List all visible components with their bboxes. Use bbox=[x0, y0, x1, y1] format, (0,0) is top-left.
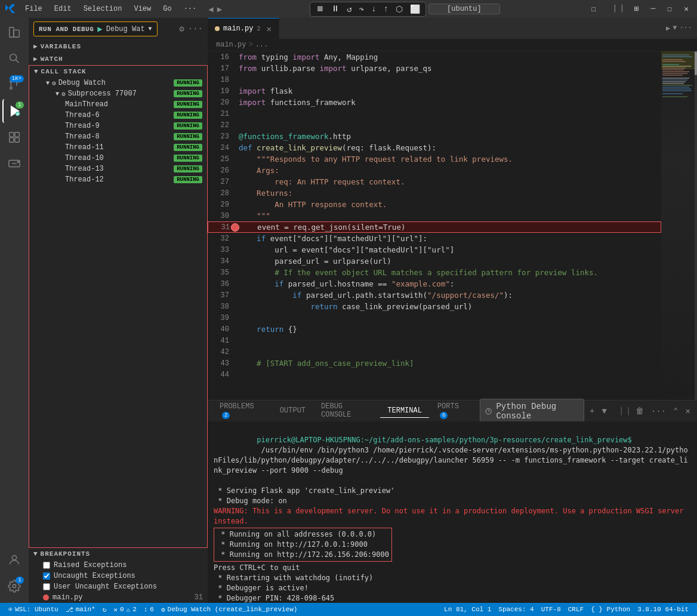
layout2-icon[interactable]: ⎹⎹ bbox=[605, 3, 626, 15]
panel-maximize-icon[interactable]: ⌃ bbox=[671, 405, 680, 417]
status-branch[interactable]: ⎇ main* bbox=[62, 603, 99, 616]
run-debug-icon[interactable]: ✓ 1 bbox=[2, 99, 26, 123]
menu-file[interactable]: File bbox=[20, 4, 47, 14]
split-terminal-icon[interactable]: ⎹⎹ bbox=[612, 405, 630, 417]
minimize-icon[interactable]: ─ bbox=[647, 3, 659, 15]
tab-debug-console[interactable]: DEBUG CONSOLE bbox=[314, 400, 379, 422]
nav-forward-icon[interactable]: ▶ bbox=[217, 4, 222, 14]
close-icon[interactable]: ✕ bbox=[680, 3, 692, 15]
running-badge: RUNNING bbox=[174, 165, 202, 173]
accounts-icon[interactable] bbox=[2, 548, 26, 572]
run-file-icon[interactable]: ▶ bbox=[666, 24, 670, 33]
menu-selection[interactable]: Selection bbox=[79, 4, 127, 14]
status-errors[interactable]: ✕ 0 ⚠ 2 bbox=[110, 603, 140, 616]
tab-main-py[interactable]: main.py 2 ✕ bbox=[208, 18, 279, 39]
debug-square-icon[interactable]: ⬜ bbox=[408, 4, 422, 15]
status-spaces[interactable]: Spaces: 4 bbox=[495, 603, 537, 616]
panel-tabs: PROBLEMS 2 OUTPUT DEBUG CONSOLE TERMINAL… bbox=[208, 401, 697, 421]
tab-problems[interactable]: PROBLEMS 2 bbox=[212, 400, 272, 422]
remote-explorer-icon[interactable] bbox=[2, 152, 26, 175]
tab-ports[interactable]: PORTS 6 bbox=[430, 400, 477, 422]
layout3-icon[interactable]: ⊞ bbox=[631, 3, 643, 15]
callstack-item[interactable]: Thread-11RUNNING bbox=[29, 142, 207, 153]
status-python-version[interactable]: 3.8.10 64-bit bbox=[634, 603, 692, 616]
panel-more-icon[interactable]: ··· bbox=[649, 405, 668, 417]
menu-go[interactable]: Go bbox=[158, 4, 176, 14]
explorer-icon[interactable] bbox=[2, 20, 26, 44]
tab-terminal[interactable]: TERMINAL bbox=[380, 404, 429, 418]
status-ports[interactable]: ↕ 6 bbox=[140, 603, 158, 616]
panel-dropdown-icon[interactable]: ▼ bbox=[600, 405, 608, 417]
code-content: parsed_url = urlparse(url) bbox=[239, 257, 391, 266]
source-control-icon[interactable]: 1K+ bbox=[2, 73, 26, 97]
status-encoding[interactable]: UTF-8 bbox=[538, 603, 565, 616]
debug-config-name[interactable]: Debug Wat bbox=[106, 25, 145, 33]
callstack-item[interactable]: Thread-10RUNNING bbox=[29, 153, 207, 164]
extensions-icon[interactable] bbox=[2, 125, 26, 149]
debug-config-dropdown-icon[interactable]: ▼ bbox=[149, 26, 152, 32]
breadcrumb-symbol[interactable]: ... bbox=[255, 41, 269, 49]
menu-more[interactable]: ··· bbox=[179, 4, 202, 14]
nav-back-icon[interactable]: ◀ bbox=[208, 4, 213, 14]
callstack-item[interactable]: Thread-12RUNNING bbox=[29, 174, 207, 185]
status-wsl[interactable]: ⎆ WSL: Ubuntu bbox=[5, 603, 62, 616]
settings-icon[interactable]: 1 bbox=[2, 574, 26, 598]
debug-restart-icon[interactable]: ↺ bbox=[345, 4, 353, 15]
play-button[interactable]: ▶ bbox=[97, 24, 102, 34]
debug-stepout-icon[interactable]: ↑ bbox=[381, 4, 390, 14]
debug-stepinto-icon[interactable]: ↓ bbox=[369, 4, 378, 14]
add-terminal-icon[interactable]: + bbox=[588, 405, 596, 417]
debug-stepover-icon[interactable]: ↷ bbox=[357, 4, 366, 15]
variables-chevron-icon: ▶ bbox=[33, 42, 38, 50]
breakpoint-checkbox[interactable] bbox=[43, 572, 50, 580]
tab-close-icon[interactable]: ✕ bbox=[266, 24, 271, 34]
run-dropdown-icon[interactable]: ▼ bbox=[673, 24, 677, 33]
debug-settings-icon[interactable]: ⚙ bbox=[179, 24, 184, 34]
editor-more-icon[interactable]: ··· bbox=[679, 24, 692, 33]
breakpoint-checkbox[interactable] bbox=[43, 562, 50, 569]
debug-more-icon[interactable]: ··· bbox=[188, 24, 203, 34]
callstack-item[interactable]: ▼⚙Subprocess 77007RUNNING bbox=[29, 88, 207, 99]
debug-stop-icon[interactable]: ⏹ bbox=[314, 4, 326, 14]
status-eol[interactable]: CRLF bbox=[565, 603, 587, 616]
status-position[interactable]: Ln 81, Col 1 bbox=[440, 603, 495, 616]
status-sync[interactable]: ↻ bbox=[99, 603, 110, 616]
menu-edit[interactable]: Edit bbox=[50, 4, 76, 14]
breakpoints-header[interactable]: ▼ BREAKPOINTS bbox=[29, 548, 208, 560]
delete-terminal-icon[interactable]: 🗑 bbox=[634, 405, 646, 417]
breadcrumb-file[interactable]: main.py bbox=[216, 41, 246, 49]
callstack-item[interactable]: Thread-13RUNNING bbox=[29, 164, 207, 174]
status-language[interactable]: { } Python bbox=[587, 603, 634, 616]
callstack-item[interactable]: Thread-6RUNNING bbox=[29, 110, 207, 121]
maximize-icon[interactable]: ☐ bbox=[664, 3, 676, 15]
python-debug-console-button[interactable]: Python Debug Console bbox=[480, 399, 584, 424]
debug-pause-icon[interactable]: ⏸ bbox=[329, 4, 341, 14]
panel-actions: Python Debug Console + ▼ ⎹⎹ 🗑 ··· ⌃ ✕ bbox=[480, 399, 692, 424]
tab-output[interactable]: OUTPUT bbox=[273, 404, 313, 418]
menu-view[interactable]: View bbox=[129, 4, 156, 14]
running-badge: RUNNING bbox=[174, 112, 202, 119]
terminal-content[interactable]: pierrick@LAPTOP-HKU5PNNG:~/git/add-ons-s… bbox=[208, 421, 697, 603]
layout-icon[interactable]: ☐ bbox=[588, 3, 600, 15]
callstack-item[interactable]: Thread-8RUNNING bbox=[29, 131, 207, 142]
code-line-24: 24def create_link_preview(req: flask.Req… bbox=[208, 142, 661, 153]
panel-close-icon[interactable]: ✕ bbox=[684, 405, 692, 417]
line-number: 20 bbox=[210, 98, 229, 107]
code-editor[interactable]: 16from typing import Any, Mapping17from … bbox=[208, 51, 661, 400]
callstack-item[interactable]: ▼⚙Debug WatchRUNNING bbox=[29, 78, 207, 88]
debug-disconnect-icon[interactable]: ⬡ bbox=[394, 4, 405, 15]
svg-rect-0 bbox=[10, 27, 14, 38]
encoding-label: UTF-8 bbox=[541, 606, 561, 613]
breakpoint-checkbox[interactable] bbox=[43, 583, 50, 590]
callstack-item[interactable]: Thread-9RUNNING bbox=[29, 121, 207, 131]
variables-header[interactable]: ▶ VARIABLES bbox=[29, 40, 208, 53]
callstack-item[interactable]: MainThreadRUNNING bbox=[29, 99, 207, 110]
watch-header[interactable]: ▶ WATCH bbox=[29, 53, 208, 65]
code-lines-container: 16from typing import Any, Mapping17from … bbox=[208, 51, 661, 380]
callstack-header[interactable]: ▼ CALL STACK bbox=[29, 66, 207, 78]
search-icon[interactable] bbox=[2, 47, 26, 70]
line-number: 37 bbox=[210, 291, 229, 300]
line-number: 43 bbox=[210, 359, 229, 368]
code-content: Args: bbox=[239, 166, 279, 175]
status-debug-info[interactable]: ⚙ Debug Watch (create_link_preview) bbox=[158, 603, 301, 616]
